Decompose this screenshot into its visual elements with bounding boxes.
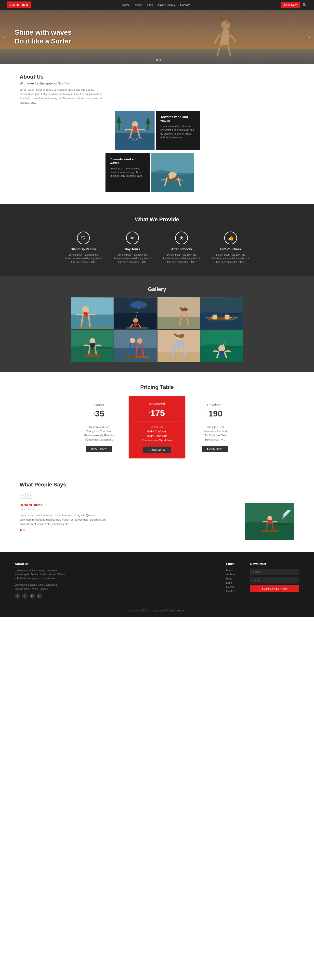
gallery-cell-5[interactable]	[71, 330, 114, 362]
brand-logo[interactable]: SURF INN	[7, 2, 32, 8]
footer-grid: About us Lorem ipsum dolor sit amet, con…	[15, 562, 299, 599]
developer-price: .190	[193, 409, 237, 418]
hero-dots	[152, 59, 162, 61]
gallery-grid	[71, 298, 243, 362]
hero-arrow-left[interactable]: ‹	[4, 34, 6, 40]
starter-book-button[interactable]: BOOK NOW	[86, 445, 113, 452]
testimonial-content: Bernard Russo Lorem Ipsum Lorem ipsum do…	[20, 503, 294, 540]
social-linkedin[interactable]: in	[29, 593, 35, 599]
social-twitter[interactable]: t	[22, 593, 27, 599]
provide-icon-1: ✏	[126, 232, 139, 244]
gallery-cell-2[interactable]	[114, 298, 157, 329]
testimonial-next-button[interactable]: ›	[27, 493, 33, 499]
footer-link-events[interactable]: Events	[226, 585, 236, 589]
about-subtitle: With love for the sport of Surf Inn	[20, 81, 294, 85]
provide-title-3: Gift Vouchers	[211, 247, 250, 251]
footer-link-archive[interactable]: Archive	[226, 573, 236, 576]
provide-items: 🛡 Stand Up Paddle Lorem ipsum has been t…	[7, 232, 307, 264]
developer-book-button[interactable]: BOOK NOW	[201, 445, 228, 452]
svg-rect-34	[114, 348, 157, 362]
footer-about-title: About us	[15, 562, 211, 566]
testimonial-dot-1[interactable]	[20, 529, 22, 531]
svg-point-17	[130, 301, 147, 309]
footer-link-home[interactable]: Home	[226, 569, 236, 572]
gallery-img-4	[200, 298, 243, 329]
hero-dot-1[interactable]	[152, 59, 155, 61]
provide-desc-1: Lorem ipsum has been the industry's stan…	[113, 253, 152, 264]
social-facebook[interactable]: f	[15, 593, 20, 599]
nav-item-blog[interactable]: Blog	[147, 3, 153, 7]
advanced-book-button[interactable]: BOOK NOW	[143, 447, 171, 453]
pricing-developer: Developer .190 Rarely the Best Sometimes…	[188, 398, 242, 457]
footer-link-links[interactable]: Links	[226, 581, 236, 584]
hero-surfer-figure	[206, 17, 245, 59]
nav-menu: Home About Blog Drop Down ▾ Contact	[122, 3, 190, 7]
nav-right: Shop Now 🔍	[281, 2, 307, 8]
footer-link-contact[interactable]: Contact	[226, 590, 236, 592]
svg-rect-38	[136, 356, 150, 358]
about-title: About Us	[20, 74, 294, 80]
gallery-cell-8[interactable]	[200, 330, 243, 362]
pricing-cards: Starter .35 Colorful and Fun Rarely Lets…	[15, 398, 299, 457]
provide-title-2: After Schools	[162, 247, 201, 251]
advanced-f4: Courteous on Weekdays	[134, 439, 180, 442]
testimonial-image	[245, 503, 294, 540]
hero-section: Shine with waves Do it like a Surfer ‹ ›	[0, 10, 314, 64]
gallery-cell-3[interactable]	[157, 298, 200, 329]
starter-f3: Environmentally Friendly	[77, 434, 121, 437]
hero-dot-2[interactable]	[156, 59, 158, 61]
shop-now-button[interactable]: Shop Now	[281, 2, 300, 8]
gallery-cell-1[interactable]	[71, 298, 114, 329]
footer-newsletter-col: Newsletter SUBSCRIBE NOW	[250, 562, 299, 599]
testimonial-dot-2[interactable]	[23, 529, 25, 531]
advanced-f3: Mildly Confusing	[134, 434, 180, 438]
testimonial-prev-button[interactable]: ‹	[20, 493, 25, 499]
provide-item-3: 👍 Gift Vouchers Lorem ipsum has been the…	[211, 232, 250, 264]
gallery-cell-7[interactable]	[157, 330, 200, 362]
navbar: SURF INN Home About Blog Drop Down ▾ Con…	[0, 0, 314, 10]
about-card-1: Towards wind and waves Lorem ipsum dolor…	[156, 111, 200, 150]
search-icon[interactable]: 🔍	[303, 3, 307, 7]
footer-links-col: Links Home Archive Blog Links Events Con…	[226, 562, 236, 599]
social-googleplus[interactable]: g+	[37, 593, 42, 599]
svg-rect-22	[157, 317, 200, 329]
gallery-title: Gallery	[7, 286, 307, 293]
footer-link-blog[interactable]: Blog	[226, 577, 236, 580]
svg-point-45	[223, 344, 224, 345]
testimonial-dots	[20, 529, 238, 531]
provide-desc-2: Lorem ipsum has been the industry's stan…	[162, 253, 201, 264]
svg-rect-51	[262, 530, 279, 531]
hero-arrow-right[interactable]: ›	[308, 34, 310, 40]
provide-icon-2: ★	[175, 232, 188, 244]
svg-rect-32	[84, 355, 100, 357]
provide-item-1: ✏ Day Tours Lorem ipsum has been the ind…	[113, 232, 152, 264]
hero-content: Shine with waves Do it like a Surfer	[0, 28, 86, 46]
svg-rect-28	[225, 315, 230, 320]
svg-point-46	[224, 342, 225, 344]
advanced-f1: Feels Great	[134, 426, 180, 429]
hero-dot-3[interactable]	[159, 59, 162, 61]
gallery-img-8	[200, 330, 243, 362]
pricing-starter: Starter .35 Colorful and Fun Rarely Lets…	[72, 398, 126, 457]
testimonial-section: What People Says ‹ › Bernard Russo Lorem…	[0, 469, 314, 552]
svg-point-47	[225, 340, 226, 342]
newsletter-email-input[interactable]	[250, 569, 299, 575]
footer-about-text1: Lorem ipsum dolor sit amet, consectetur …	[15, 569, 69, 581]
starter-f1: Colorful and Fun	[77, 426, 121, 428]
nav-item-dropdown[interactable]: Drop Down ▾	[158, 3, 175, 7]
subscribe-button[interactable]: SUBSCRIBE NOW	[250, 585, 299, 592]
svg-rect-40	[157, 352, 200, 362]
gallery-cell-6[interactable]	[114, 330, 157, 362]
developer-f1: Rarely the Best	[193, 426, 237, 428]
about-section: About Us With love for the sport of Surf…	[0, 64, 314, 204]
advanced-price: .175	[134, 408, 180, 418]
newsletter-name-input[interactable]	[250, 577, 299, 584]
footer-about-col: About us Lorem ipsum dolor sit amet, con…	[15, 562, 211, 599]
nav-item-home[interactable]: Home	[122, 3, 130, 7]
gallery-cell-4[interactable]	[200, 298, 243, 329]
gallery-img-1	[71, 298, 114, 329]
about-photo-1	[115, 111, 155, 150]
about-card-2: Towards wind and waves Lorem ipsum dolor…	[105, 153, 150, 192]
nav-item-contact[interactable]: Contact	[180, 3, 190, 7]
nav-item-about[interactable]: About	[135, 3, 142, 7]
